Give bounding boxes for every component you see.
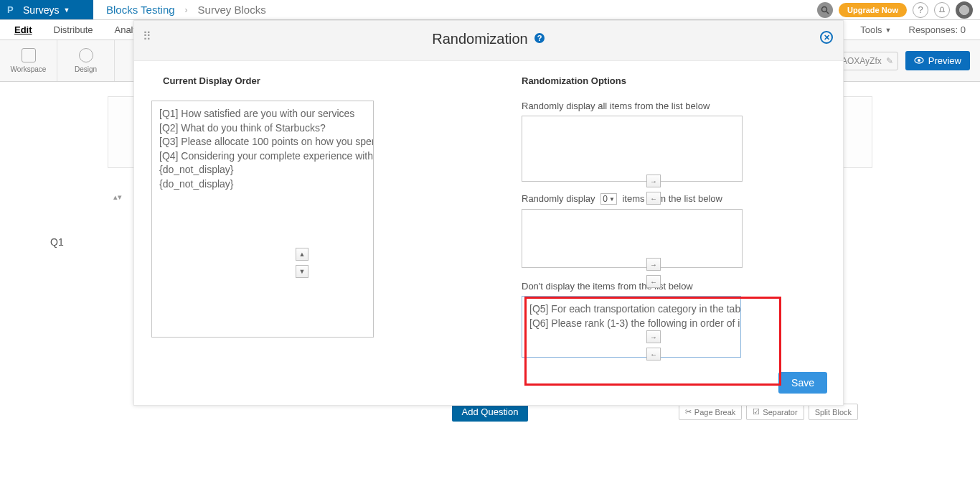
list-item[interactable]: [Q5] For each transportation category in… (529, 302, 733, 317)
svg-line-1 (826, 11, 829, 14)
tab-distribute[interactable]: Distribute (54, 24, 93, 35)
list-item[interactable]: {do_not_display} (159, 163, 366, 177)
list-item[interactable]: [Q4] Considering your complete experienc… (159, 149, 366, 164)
split-block-button[interactable]: Split Block (809, 404, 858, 420)
current-order-label: Current Display Order (163, 75, 407, 86)
right-column: Randomization Options Randomly display a… (522, 75, 788, 358)
dont-display-listbox[interactable]: [Q5] For each transportation category in… (522, 296, 741, 358)
modal-title: Randomization (432, 31, 527, 47)
transfer-controls-3: → ← (646, 330, 661, 361)
move-left-button[interactable]: ← (646, 348, 661, 361)
workspace-icon (22, 48, 36, 62)
drag-handle-icon[interactable]: ⠿ (143, 29, 151, 43)
reorder-controls: ▲ ▼ (296, 248, 308, 278)
move-right-button[interactable]: → (646, 330, 661, 343)
chevron-right-icon: › (185, 5, 188, 15)
modal-header: ⠿ Randomization ? ✕ (134, 21, 843, 61)
scissors-icon: ✂ (685, 407, 692, 417)
avatar[interactable] (956, 1, 973, 19)
move-right-button[interactable]: → (646, 258, 661, 271)
pencil-icon[interactable]: ✎ (886, 56, 893, 66)
list-item[interactable]: [Q2] What do you think of Starbucks? (159, 121, 366, 136)
logo-icon: P (7, 4, 17, 15)
breadcrumb: Blocks Testing › Survey Blocks (93, 4, 279, 16)
topbar: P Surveys ▼ Blocks Testing › Survey Bloc… (0, 0, 980, 20)
modal-footer: Save (134, 372, 843, 405)
left-column: Current Display Order [Q1] How satisfied… (163, 75, 407, 358)
topbar-right: Upgrade Now ? (817, 1, 980, 19)
preview-label: Preview (928, 55, 961, 66)
current-order-listbox[interactable]: [Q1] How satisfied are you with our serv… (151, 101, 374, 338)
randomize-all-listbox[interactable] (522, 116, 743, 182)
list-item[interactable]: {do_not_display} (159, 177, 366, 192)
tab-edit[interactable]: Edit (14, 24, 32, 35)
tools-menu[interactable]: Tools ▼ (860, 24, 891, 35)
design-tool[interactable]: Design (57, 40, 115, 81)
move-left-button[interactable]: ← (646, 192, 661, 205)
crumb-link[interactable]: Blocks Testing (106, 4, 175, 16)
collapse-icon[interactable]: ▴▾ (113, 192, 128, 202)
palette-icon (79, 48, 93, 62)
crumb-current: Survey Blocks (198, 4, 266, 16)
randomization-options-label: Randomization Options (522, 75, 788, 86)
transfer-controls-1: → ← (646, 175, 661, 205)
preview-button[interactable]: Preview (905, 51, 970, 70)
bell-icon[interactable] (934, 2, 950, 18)
transfer-controls-2: → ← (646, 258, 661, 288)
help-icon[interactable]: ? (913, 2, 928, 18)
brand-area[interactable]: P Surveys ▼ (0, 0, 93, 19)
save-button[interactable]: Save (778, 372, 827, 394)
surveys-menu: Surveys ▼ (23, 4, 70, 16)
randomize-all-label: Randomly display all items from the list… (522, 101, 788, 111)
svg-text:?: ? (537, 34, 542, 42)
surveys-label[interactable]: Surveys (23, 4, 60, 16)
separator-button[interactable]: ☑Separator (746, 404, 804, 420)
page-break-button[interactable]: ✂Page Break (679, 404, 742, 420)
move-up-button[interactable]: ▲ (296, 248, 308, 261)
modal-body: Current Display Order [Q1] How satisfied… (134, 61, 843, 372)
workspace-tool[interactable]: Workspace (0, 40, 57, 81)
randomize-n-listbox[interactable] (522, 209, 743, 268)
svg-point-0 (822, 6, 827, 11)
upgrade-button[interactable]: Upgrade Now (839, 3, 907, 17)
workspace-label: Workspace (11, 65, 47, 73)
list-item[interactable]: [Q6] Please rank (1-3) the following in … (529, 317, 733, 331)
move-right-button[interactable]: → (646, 175, 661, 187)
eye-icon (914, 55, 924, 66)
check-icon: ☑ (753, 407, 760, 417)
randomization-modal: ⠿ Randomization ? ✕ Current Display Orde… (133, 20, 844, 406)
tools-label: Tools (860, 24, 882, 35)
list-item[interactable]: [Q1] How satisfied are you with our serv… (159, 107, 366, 121)
list-item[interactable]: [Q3] Please allocate 100 points on how y… (159, 135, 366, 149)
move-down-button[interactable]: ▼ (296, 265, 308, 278)
caret-down-icon: ▼ (609, 196, 615, 203)
svg-point-3 (918, 59, 920, 62)
design-label: Design (75, 65, 97, 73)
search-icon[interactable] (817, 2, 833, 18)
random-count-select[interactable]: 0 ▼ (600, 193, 617, 205)
move-left-button[interactable]: ← (646, 275, 661, 288)
responses-count: Responses: 0 (909, 24, 966, 35)
help-icon[interactable]: ? (534, 32, 545, 46)
close-icon[interactable]: ✕ (820, 31, 833, 44)
caret-down-icon: ▼ (885, 27, 892, 34)
caret-down-icon: ▼ (64, 6, 70, 14)
